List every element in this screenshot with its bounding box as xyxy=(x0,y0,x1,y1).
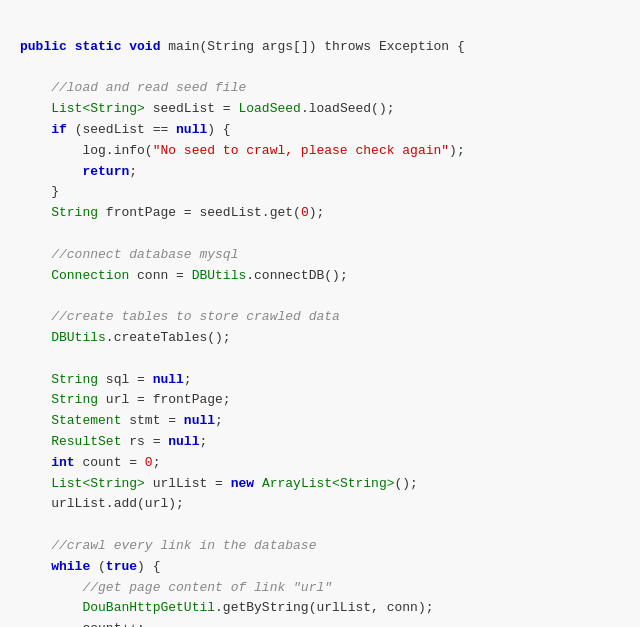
num-0: 0 xyxy=(301,205,309,220)
method-main: main(String args[]) throws Exception { xyxy=(168,39,464,54)
var-frontpage: frontPage = seedList.get( xyxy=(98,205,301,220)
string-no-seed: "No seed to crawl, please check again" xyxy=(153,143,449,158)
class-dbutils1: DBUtils xyxy=(192,268,247,283)
keyword-if: if xyxy=(51,122,67,137)
condition-null: (seedList == xyxy=(67,122,176,137)
var-rs: rs = xyxy=(121,434,168,449)
type-resultset: ResultSet xyxy=(51,434,121,449)
log-info-call: log.info( xyxy=(82,143,152,158)
arraylist-parens: (); xyxy=(395,476,418,491)
while-brace: ) { xyxy=(137,559,160,574)
keyword-while: while xyxy=(51,559,90,574)
while-condition: ( xyxy=(90,559,106,574)
type-string2: String xyxy=(51,372,98,387)
comment-get-page: //get page content of link "url" xyxy=(82,580,332,595)
var-url: url = frontPage; xyxy=(98,392,231,407)
type-list: List<String> xyxy=(51,101,145,116)
comment-tables: //create tables to store crawled data xyxy=(51,309,340,324)
count-increment: count++; xyxy=(82,621,144,627)
keyword-null2: null xyxy=(153,372,184,387)
keyword-public: public xyxy=(20,39,67,54)
arraylist-new xyxy=(254,476,262,491)
class-dbutils2: DBUtils xyxy=(51,330,106,345)
method-getbystring: .getByString(urlList, conn); xyxy=(215,600,433,615)
semi-count: ; xyxy=(153,455,161,470)
method-createtables: .createTables(); xyxy=(106,330,231,345)
class-arraylist: ArrayList<String> xyxy=(262,476,395,491)
comment-load-seed: //load and read seed file xyxy=(51,80,246,95)
var-conn: conn = xyxy=(129,268,191,283)
brace-close1: } xyxy=(51,184,59,199)
var-stmt: stmt = xyxy=(121,413,183,428)
type-statement: Statement xyxy=(51,413,121,428)
log-close: ); xyxy=(449,143,465,158)
semicolon-return: ; xyxy=(129,164,137,179)
var-count: count = xyxy=(75,455,145,470)
type-string3: String xyxy=(51,392,98,407)
keyword-true: true xyxy=(106,559,137,574)
type-list2: List<String> xyxy=(51,476,145,491)
urllist-add: urlList.add(url); xyxy=(51,496,184,511)
brace-open1: ) { xyxy=(207,122,230,137)
method-loadseed: .loadSeed(); xyxy=(301,101,395,116)
var-urllist: urlList = xyxy=(145,476,231,491)
var-sql: sql = xyxy=(98,372,153,387)
code-block: public static void main(String args[]) t… xyxy=(20,16,620,627)
get-close: ); xyxy=(309,205,325,220)
keyword-null4: null xyxy=(168,434,199,449)
class-douban: DouBanHttpGetUtil xyxy=(82,600,215,615)
semi-sql: ; xyxy=(184,372,192,387)
type-connection: Connection xyxy=(51,268,129,283)
keyword-int: int xyxy=(51,455,74,470)
method-connectdb: .connectDB(); xyxy=(246,268,347,283)
comment-db: //connect database mysql xyxy=(51,247,238,262)
keyword-static: static xyxy=(75,39,122,54)
class-loadseed: LoadSeed xyxy=(238,101,300,116)
type-string1: String xyxy=(51,205,98,220)
semi-stmt: ; xyxy=(215,413,223,428)
keyword-new: new xyxy=(231,476,254,491)
keyword-void: void xyxy=(129,39,160,54)
code-container: public static void main(String args[]) t… xyxy=(0,0,640,627)
comment-crawl: //crawl every link in the database xyxy=(51,538,316,553)
var-seedlist: seedList = xyxy=(145,101,239,116)
keyword-null3: null xyxy=(184,413,215,428)
keyword-return: return xyxy=(82,164,129,179)
semi-rs: ; xyxy=(199,434,207,449)
keyword-null1: null xyxy=(176,122,207,137)
num-zero: 0 xyxy=(145,455,153,470)
